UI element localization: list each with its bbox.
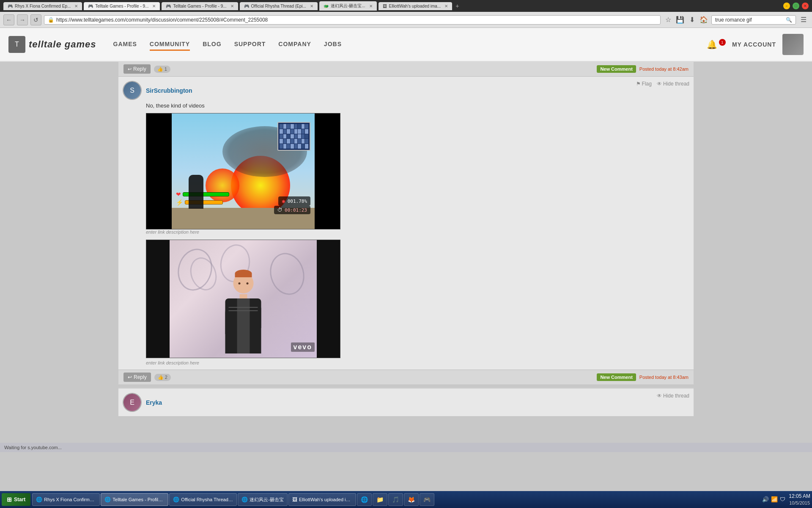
- taskbar-item-1[interactable]: 🌐 Rhys X Fiona Confirmed Ep...: [32, 493, 100, 506]
- main-content: ↩ Reply 👍 1 New Comment Posted today at …: [0, 62, 812, 443]
- sirscrubbington-username[interactable]: SirScrubbington: [146, 87, 192, 94]
- logo-area[interactable]: T telltale games: [8, 36, 96, 53]
- menu-icon[interactable]: ☰: [798, 16, 809, 24]
- taskbar-items: 🌐 Rhys X Fiona Confirmed Ep... 🌐 Telltal…: [32, 493, 760, 506]
- search-icon: 🔍: [786, 17, 792, 23]
- bottom-posted-time: Posted today at 8:43am: [639, 375, 689, 380]
- windows-icon: ⊞: [7, 496, 12, 503]
- address-bar[interactable]: 🔒 https://www.telltalegames.com/communit…: [44, 15, 661, 25]
- image1-link-text[interactable]: enter link description here: [146, 229, 689, 235]
- my-account-link[interactable]: MY ACCOUNT: [732, 41, 776, 48]
- tab-3-close[interactable]: ✕: [230, 4, 234, 8]
- ie-icon: 🌐: [361, 496, 368, 503]
- logo-text: telltale games: [29, 39, 96, 50]
- eryka-username[interactable]: Eryka: [146, 399, 162, 406]
- window-controls: − □ ✕: [783, 3, 809, 9]
- site-header: T telltale games GAMES COMMUNITY BLOG SU…: [0, 28, 812, 62]
- taskbar-item-2-icon: 🌐: [104, 497, 111, 502]
- bottom-reply-controls: ↩ Reply 👍 2: [123, 373, 171, 382]
- tab-4-close[interactable]: ✕: [310, 4, 313, 8]
- taskbar-item-steam[interactable]: 🎮: [420, 493, 434, 506]
- nav-community[interactable]: COMMUNITY: [150, 39, 190, 51]
- tab-2[interactable]: 🎮 Telltale Games - Profile - 9... ✕: [84, 2, 160, 10]
- thumbs-up-icon: 👍: [157, 66, 163, 72]
- eryka-hide-thread-button[interactable]: 👁 Hide thread: [657, 393, 689, 399]
- refresh-button[interactable]: ↺: [30, 14, 41, 25]
- reply-controls: ↩ Reply 👍 1: [123, 64, 170, 74]
- new-comment-button-top[interactable]: New Comment: [597, 65, 636, 73]
- home-icon[interactable]: 🏠: [699, 16, 709, 24]
- tab-6-close[interactable]: ✕: [444, 4, 448, 8]
- folder-icon: 📁: [376, 496, 384, 503]
- tab-bar: 🎮 Rhys X Fiona Confirmed Ep... ✕ 🎮 Tellt…: [3, 1, 459, 11]
- notifications-button[interactable]: 🔔 1: [707, 39, 726, 50]
- hud-score: ✱ 001.78%: [278, 196, 310, 206]
- tab-5-close[interactable]: ✕: [369, 4, 373, 8]
- start-button[interactable]: ⊞ Start: [2, 493, 30, 506]
- taskbar-item-firefox[interactable]: 🦊: [404, 493, 419, 506]
- nav-company[interactable]: COMPANY: [278, 39, 311, 51]
- save-icon[interactable]: 💾: [675, 16, 685, 24]
- logo-icon: T: [8, 36, 25, 53]
- bottom-post-info: New Comment Posted today at 8:43am: [597, 373, 689, 381]
- character-silhouette: [189, 175, 203, 209]
- taskbar-item-4[interactable]: 🌐 迷幻风云-砸击宝: [238, 493, 288, 506]
- game-screenshot-image[interactable]: ❤ ⚡ ✱ 001.78% ⏱ 00:01:23: [146, 113, 340, 229]
- eye-icon-eryka: 👁: [657, 393, 662, 399]
- nav-games[interactable]: GAMES: [113, 39, 137, 51]
- comment-block: S SirScrubbington ⚑ Flag 👁 Hide thread N…: [118, 77, 694, 370]
- nav-blog[interactable]: BLOG: [203, 39, 221, 51]
- tab-4[interactable]: 🎮 Official Rhysha Thread (Epi... ✕: [240, 2, 318, 10]
- hide-thread-button-top[interactable]: 👁 Hide thread: [657, 81, 689, 87]
- taskbar-item-ie[interactable]: 🌐: [357, 493, 372, 506]
- minimize-button[interactable]: −: [783, 3, 790, 9]
- reply-arrow-icon-bottom: ↩: [128, 374, 132, 380]
- notification-badge: 1: [719, 39, 726, 46]
- taskbar-item-2-active[interactable]: 🌐 Telltale Games - Profile - 9...: [101, 493, 168, 506]
- new-comment-button-bottom[interactable]: New Comment: [597, 373, 636, 381]
- title-bar: 🎮 Rhys X Fiona Confirmed Ep... ✕ 🎮 Tellt…: [0, 0, 812, 12]
- bottom-like-count: 👍 2: [154, 374, 171, 381]
- tab-1[interactable]: 🎮 Rhys X Fiona Confirmed Ep... ✕: [3, 2, 82, 10]
- nav-support[interactable]: SUPPORT: [234, 39, 266, 51]
- nav-jobs[interactable]: JOBS: [324, 39, 342, 51]
- search-bar[interactable]: true romance gif 🔍: [711, 15, 796, 25]
- flag-button[interactable]: ⚑ Flag: [636, 81, 652, 87]
- navigation-bar: ← → ↺ 🔒 https://www.telltalegames.com/co…: [0, 12, 812, 28]
- close-button[interactable]: ✕: [802, 3, 809, 9]
- taskbar-tray-area: 🔊 📶 🛡 12:05 AM 10/5/2015: [762, 493, 810, 506]
- site-nav: GAMES COMMUNITY BLOG SUPPORT COMPANY JOB…: [113, 39, 707, 51]
- eryka-user-info: E Eryka: [123, 393, 162, 412]
- taskbar-item-4-icon: 🌐: [241, 497, 248, 502]
- tab-2-close[interactable]: ✕: [152, 4, 156, 8]
- tab-6[interactable]: 🖼 ElliottWah's uploaded ima... ✕: [379, 2, 453, 10]
- eryka-comment: E Eryka 👁 Hide thread: [118, 388, 694, 416]
- taskbar-item-folder[interactable]: 📁: [373, 493, 387, 506]
- reply-button[interactable]: ↩ Reply: [123, 64, 151, 74]
- image2-link-text[interactable]: enter link description here: [146, 360, 689, 365]
- bookmarks-star-icon[interactable]: ☆: [663, 16, 673, 24]
- network-tray-icon: 📶: [771, 496, 778, 502]
- reply-arrow-icon: ↩: [128, 66, 132, 72]
- comment-user-info: S SirScrubbington: [123, 81, 192, 100]
- taskbar-item-media[interactable]: 🎵: [388, 493, 403, 506]
- user-avatar-header[interactable]: [782, 34, 804, 55]
- tab-1-close[interactable]: ✕: [74, 4, 78, 8]
- download-icon[interactable]: ⬇: [687, 16, 697, 24]
- bottom-reply-button[interactable]: ↩ Reply: [123, 373, 151, 382]
- tab-5[interactable]: 🐲 迷幻风云-砸击宝... ✕: [319, 1, 377, 11]
- sirscrubbington-avatar: S: [123, 81, 142, 100]
- tab-3[interactable]: 🎮 Telltale Games - Profile - 9... ✕: [162, 2, 238, 10]
- maximize-button[interactable]: □: [793, 3, 799, 9]
- rick-astley-video[interactable]: vevo: [146, 240, 340, 358]
- comment-content: No, these kind of videos ❤: [123, 102, 689, 365]
- hud-timer: ⏱ 00:01:23: [274, 206, 310, 214]
- back-button[interactable]: ←: [3, 14, 14, 25]
- taskbar-item-3[interactable]: 🌐 Official Rhysha Thread (Epi...: [169, 493, 237, 506]
- taskbar-item-5[interactable]: 🖼 ElliottWah's uploaded ima...: [288, 493, 356, 506]
- taskbar-item-1-icon: 🌐: [36, 497, 42, 502]
- comment-header: S SirScrubbington ⚑ Flag 👁 Hide thread: [123, 81, 689, 100]
- forward-button[interactable]: →: [17, 14, 28, 25]
- taskbar-item-3-icon: 🌐: [173, 497, 179, 502]
- new-tab-button[interactable]: +: [455, 3, 459, 9]
